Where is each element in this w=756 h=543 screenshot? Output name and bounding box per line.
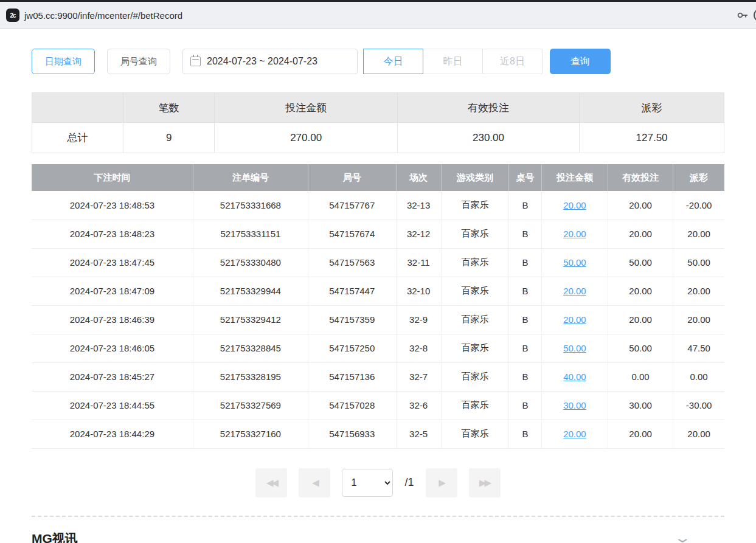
bet-amount-link[interactable]: 20.00 xyxy=(563,200,586,210)
last-page-button[interactable]: ▶▶ xyxy=(469,468,501,497)
table-row: 2024-07-23 18:45:27521753328195547157136… xyxy=(32,362,724,391)
cell-game-type: 百家乐 xyxy=(441,334,509,362)
cell-round-no: 547157674 xyxy=(308,220,396,248)
key-icon[interactable] xyxy=(737,9,749,21)
table-row: 2024-07-23 18:48:23521753331151547157674… xyxy=(32,220,724,248)
bet-amount-link[interactable]: 50.00 xyxy=(563,257,586,268)
cell-time: 2024-07-23 18:47:09 xyxy=(32,277,193,305)
next-section-header[interactable]: MG视讯 ⌄ xyxy=(32,517,724,543)
summary-header-count: 笔数 xyxy=(123,93,215,123)
next-page-button[interactable]: ▶ xyxy=(426,468,457,497)
header-round-no: 局号 xyxy=(308,164,396,191)
bet-record-table: 下注时间 注单编号 局号 场次 游戏类别 桌号 投注金额 有效投注 派彩 202… xyxy=(32,164,724,449)
date-query-tab[interactable]: 日期查询 xyxy=(32,49,95,74)
bet-amount-link[interactable]: 40.00 xyxy=(563,372,586,382)
bet-amount-link[interactable]: 20.00 xyxy=(563,229,586,239)
round-query-tab[interactable]: 局号查询 xyxy=(107,49,170,74)
summary-total-label: 总计 xyxy=(32,123,123,153)
cell-bet-amount: 20.00 xyxy=(541,277,608,305)
page-select[interactable]: 1 xyxy=(342,469,393,497)
cell-game-type: 百家乐 xyxy=(441,420,509,448)
bet-amount-link[interactable]: 20.00 xyxy=(563,429,586,439)
calendar-icon xyxy=(190,57,201,66)
header-session: 场次 xyxy=(396,164,441,191)
summary-table: 笔数 投注金额 有效投注 派彩 总计 9 270.00 230.00 127.5… xyxy=(32,92,724,153)
cell-game-type: 百家乐 xyxy=(441,362,509,391)
cell-valid-bet: 30.00 xyxy=(608,391,673,420)
cell-order-no: 521753327160 xyxy=(193,420,308,448)
cell-payout: 20.00 xyxy=(673,277,724,305)
cell-game-type: 百家乐 xyxy=(441,391,509,420)
prev-page-button[interactable]: ◀ xyxy=(299,468,330,497)
bet-record-page: 日期查询 局号查询 2024-07-23 ~ 2024-07-23 今日 昨日 … xyxy=(0,29,756,543)
cell-order-no: 521753330480 xyxy=(193,248,308,277)
cell-valid-bet: 50.00 xyxy=(608,248,673,277)
cell-round-no: 547157028 xyxy=(308,391,396,420)
cell-session: 32-11 xyxy=(396,248,441,277)
cell-game-type: 百家乐 xyxy=(441,277,509,305)
cell-game-type: 百家乐 xyxy=(441,191,509,220)
last8days-button[interactable]: 近8日 xyxy=(482,49,543,74)
table-row: 2024-07-23 18:47:45521753330480547157563… xyxy=(32,248,724,277)
table-row: 2024-07-23 18:48:53521753331668547157767… xyxy=(32,191,724,220)
cell-payout: 20.00 xyxy=(673,420,724,448)
date-range-input[interactable]: 2024-07-23 ~ 2024-07-23 xyxy=(182,49,358,74)
cell-payout: 20.00 xyxy=(673,305,724,334)
header-bet-time: 下注时间 xyxy=(32,164,193,191)
cell-order-no: 521753329412 xyxy=(193,305,308,334)
header-valid-bet: 有效投注 xyxy=(608,164,673,191)
cell-payout: 50.00 xyxy=(673,248,724,277)
cell-time: 2024-07-23 18:44:55 xyxy=(32,391,193,420)
cell-time: 2024-07-23 18:46:39 xyxy=(32,305,193,334)
bet-amount-link[interactable]: 30.00 xyxy=(563,400,586,410)
cell-order-no: 521753328845 xyxy=(193,334,308,362)
cell-table-no: B xyxy=(509,220,542,248)
cell-bet-amount: 40.00 xyxy=(541,362,608,391)
browser-action-icon[interactable] xyxy=(754,9,756,22)
table-row: 2024-07-23 18:46:05521753328845547157250… xyxy=(32,334,724,362)
today-button[interactable]: 今日 xyxy=(363,49,423,74)
cell-time: 2024-07-23 18:48:53 xyxy=(32,191,193,220)
cell-order-no: 521753331151 xyxy=(193,220,308,248)
cell-session: 32-9 xyxy=(396,305,441,334)
date-range-value: 2024-07-23 ~ 2024-07-23 xyxy=(207,56,317,67)
cell-table-no: B xyxy=(509,420,542,448)
bet-table-body: 2024-07-23 18:48:53521753331668547157767… xyxy=(32,191,724,448)
url-text[interactable]: jw05.cc:9900/infe/mcenter/#/betRecord xyxy=(24,10,737,21)
cell-table-no: B xyxy=(509,334,542,362)
cell-round-no: 547157250 xyxy=(308,334,396,362)
summary-header-bet-amount: 投注金额 xyxy=(215,93,397,123)
cell-round-no: 547157136 xyxy=(308,362,396,391)
bet-amount-link[interactable]: 50.00 xyxy=(563,343,586,353)
cell-session: 32-12 xyxy=(396,220,441,248)
cell-payout: -20.00 xyxy=(673,191,724,220)
first-page-button[interactable]: ◀◀ xyxy=(255,468,287,497)
cell-valid-bet: 50.00 xyxy=(608,334,673,362)
summary-total-count: 9 xyxy=(123,123,215,153)
cell-session: 32-10 xyxy=(396,277,441,305)
cell-valid-bet: 0.00 xyxy=(608,362,673,391)
browser-url-bar[interactable]: 2c jw05.cc:9900/infe/mcenter/#/betRecord xyxy=(0,2,756,29)
header-order-no: 注单编号 xyxy=(193,164,308,191)
chevron-down-icon[interactable]: ⌄ xyxy=(673,530,692,543)
cell-payout: 0.00 xyxy=(673,362,724,391)
table-row: 2024-07-23 18:44:55521753327569547157028… xyxy=(32,391,724,420)
cell-valid-bet: 20.00 xyxy=(608,305,673,334)
cell-time: 2024-07-23 18:47:45 xyxy=(32,248,193,277)
bet-amount-link[interactable]: 20.00 xyxy=(563,314,586,325)
cell-valid-bet: 20.00 xyxy=(608,277,673,305)
table-row: 2024-07-23 18:46:39521753329412547157359… xyxy=(32,305,724,334)
cell-valid-bet: 20.00 xyxy=(608,191,673,220)
search-button[interactable]: 查询 xyxy=(550,49,611,74)
header-bet-amount: 投注金额 xyxy=(541,164,608,191)
cell-bet-amount: 20.00 xyxy=(541,420,608,448)
summary-total-payout: 127.50 xyxy=(580,123,724,153)
cell-bet-amount: 20.00 xyxy=(541,220,608,248)
cell-session: 32-6 xyxy=(396,391,441,420)
site-favicon-label: 2c xyxy=(10,12,15,19)
bet-amount-link[interactable]: 20.00 xyxy=(563,286,586,296)
cell-payout: 20.00 xyxy=(673,220,724,248)
yesterday-button[interactable]: 昨日 xyxy=(423,49,483,74)
cell-payout: 47.50 xyxy=(673,334,724,362)
summary-total-valid-bet: 230.00 xyxy=(397,123,579,153)
